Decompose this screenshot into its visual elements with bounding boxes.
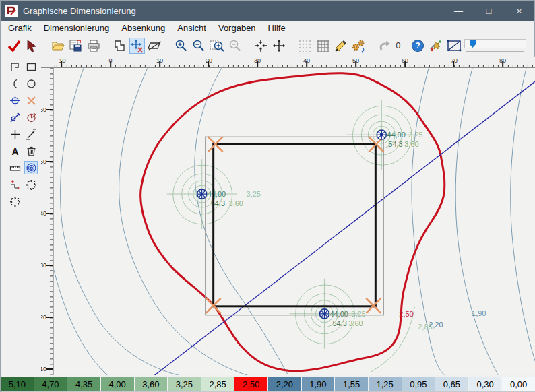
zoom-slider[interactable] <box>464 39 526 52</box>
outer-frame-rect <box>206 137 384 315</box>
ruler-horizontal: -10 0 10 20 30 40 50 60 70 80 <box>53 57 535 68</box>
zoom-slider-handle[interactable] <box>470 40 476 48</box>
ellipse-tool-icon[interactable] <box>24 77 38 90</box>
svg-text:60: 60 <box>402 57 408 64</box>
well-label: 54,3 <box>388 140 402 148</box>
clip-frame-icon[interactable] <box>446 38 462 54</box>
cross-marker-tool-icon[interactable] <box>8 127 22 141</box>
undo-icon[interactable] <box>377 38 392 54</box>
svg-text:0: 0 <box>108 57 112 64</box>
scale-value: 5,10 <box>9 379 26 389</box>
sketch-pencil-icon[interactable] <box>332 38 348 54</box>
open-folder-icon[interactable] <box>50 38 65 54</box>
corner-markers <box>206 137 384 313</box>
scale-value: 0,30 <box>476 379 493 389</box>
drawdown-scale-bar: 5,10 4,70 4,35 4,00 3,60 3,25 2,85 2,50 … <box>1 377 535 391</box>
tool-palette: A <box>1 57 41 377</box>
window-title: Graphische Dimensionierung <box>23 6 136 16</box>
scale-value: 0,65 <box>443 379 460 389</box>
scale-value: 3,60 <box>142 379 159 389</box>
svg-text:40: 40 <box>303 57 310 64</box>
svg-text:50: 50 <box>41 158 46 165</box>
select-arrow-icon[interactable] <box>24 38 39 54</box>
save-export-icon[interactable] <box>67 38 83 54</box>
text-tool-glyph: A <box>11 145 18 156</box>
selection-frame-tool-2-icon[interactable] <box>8 195 22 208</box>
menu-bar: Grafik Dimensionierung Absenkung Ansicht… <box>1 21 534 34</box>
svg-text:30: 30 <box>41 262 46 269</box>
rotate-segment-tool-icon[interactable] <box>24 110 38 124</box>
well-symbol-top-right[interactable] <box>377 130 386 139</box>
well-symbol-bottom[interactable] <box>319 309 329 319</box>
contour-label-teal-inner: 2,20 <box>429 321 443 329</box>
polygon-icon[interactable] <box>111 38 127 54</box>
well-label: 44,00 <box>387 131 405 139</box>
trim-line-icon[interactable] <box>147 38 163 54</box>
svg-text:20: 20 <box>41 314 46 321</box>
menu-grafik[interactable]: Grafik <box>2 22 38 34</box>
polyline-tool-icon[interactable] <box>8 60 22 73</box>
help-glyph: ? <box>416 41 420 51</box>
menu-dimensionierung[interactable]: Dimensionierung <box>38 22 116 34</box>
scale-value: 3,25 <box>176 379 193 389</box>
scale-cell-2: 4,35 <box>67 377 101 391</box>
scale-cell-8: 2,20 <box>268 377 302 391</box>
outer-contours-left <box>54 68 288 375</box>
toolbar: 0 ? <box>1 34 534 57</box>
spline-pen-tool-icon[interactable] <box>8 110 22 124</box>
ruler-vertical: 60 50 40 30 20 10 <box>41 68 53 377</box>
well-label: 3,60 <box>404 140 418 148</box>
scale-value: 0,95 <box>410 379 427 389</box>
menu-vorgaben[interactable]: Vorgaben <box>212 22 262 34</box>
zoom-window-icon[interactable] <box>209 38 225 54</box>
delete-point-tool-icon[interactable] <box>24 94 38 107</box>
settings-gears-icon[interactable] <box>350 38 367 54</box>
zoom-in-icon[interactable] <box>173 38 189 54</box>
well-label: 44,00 <box>208 190 226 198</box>
grid-dots-icon[interactable] <box>296 38 312 54</box>
selection-frame-tool-icon[interactable] <box>24 178 38 191</box>
flow-arrows-tool-icon[interactable] <box>8 178 22 191</box>
zoom-fit-icon[interactable] <box>253 38 269 54</box>
zoom-previous-icon[interactable] <box>227 38 243 54</box>
app-window: Graphische Dimensionierung — □ × Grafik … <box>0 0 535 392</box>
title-bar: Graphische Dimensionierung — □ × <box>1 1 534 21</box>
maximize-button[interactable]: □ <box>474 1 504 21</box>
svg-text:40: 40 <box>41 210 46 217</box>
well-label: 3,25 <box>247 190 261 198</box>
help-icon[interactable]: ? <box>410 38 425 54</box>
target-point-tool-icon[interactable] <box>8 94 22 107</box>
ruler-top-labels: -10 0 10 20 30 40 50 60 70 80 <box>53 57 535 67</box>
grid-lines-icon[interactable] <box>315 38 330 54</box>
zoom-slider-track[interactable] <box>464 39 526 48</box>
contour-tool-icon[interactable] <box>24 161 38 174</box>
red-contour <box>141 73 445 371</box>
confirm-check-icon[interactable] <box>6 38 22 54</box>
wizard-tools-icon[interactable] <box>428 38 444 54</box>
menu-absenkung[interactable]: Absenkung <box>115 22 171 34</box>
measure-tool-icon[interactable] <box>8 161 22 174</box>
ruler-left-labels: 60 50 40 30 20 10 <box>41 68 53 377</box>
close-button[interactable]: × <box>504 1 534 21</box>
scale-cell-13: 0,65 <box>435 377 469 391</box>
svg-text:10: 10 <box>41 366 46 372</box>
dimension-arrow-tool-icon[interactable] <box>24 127 38 141</box>
well-label: 3,60 <box>348 319 363 327</box>
scale-cell-4: 3,60 <box>135 377 168 391</box>
menu-ansicht[interactable]: Ansicht <box>171 22 212 34</box>
svg-text:20: 20 <box>206 57 212 64</box>
scale-value: 1,55 <box>343 379 360 389</box>
undo-count: 0 <box>396 40 400 51</box>
menu-hilfe[interactable]: Hilfe <box>262 22 292 34</box>
text-tool-icon[interactable]: A <box>8 144 22 158</box>
move-node-icon[interactable] <box>129 38 145 54</box>
minimize-button[interactable]: — <box>443 1 474 21</box>
print-icon[interactable] <box>86 38 101 54</box>
arc-tool-icon[interactable] <box>8 77 22 90</box>
pan-icon[interactable] <box>271 38 286 54</box>
rectangle-tool-icon[interactable] <box>24 60 38 73</box>
trash-tool-icon[interactable] <box>24 144 38 158</box>
zoom-out-icon[interactable] <box>191 38 207 54</box>
drawing-canvas[interactable]: 44,00 3,25 54,3 3,60 44,00 3,25 54,3 3,6… <box>53 68 535 375</box>
well-symbol-left[interactable] <box>197 189 207 199</box>
